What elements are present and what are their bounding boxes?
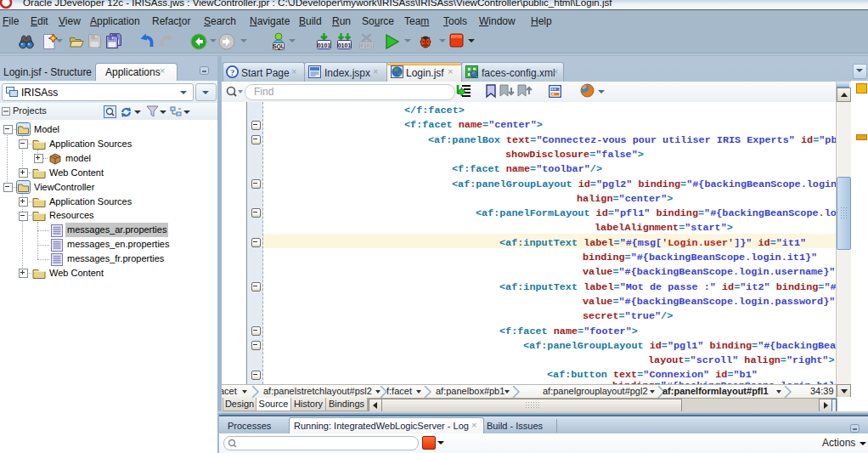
svg-text:0101: 0101 xyxy=(360,42,373,48)
svg-text:0101: 0101 xyxy=(318,42,331,48)
svg-text:SQL: SQL xyxy=(273,43,284,50)
svg-text:?: ? xyxy=(230,68,234,77)
svg-text:0101: 0101 xyxy=(338,42,352,48)
